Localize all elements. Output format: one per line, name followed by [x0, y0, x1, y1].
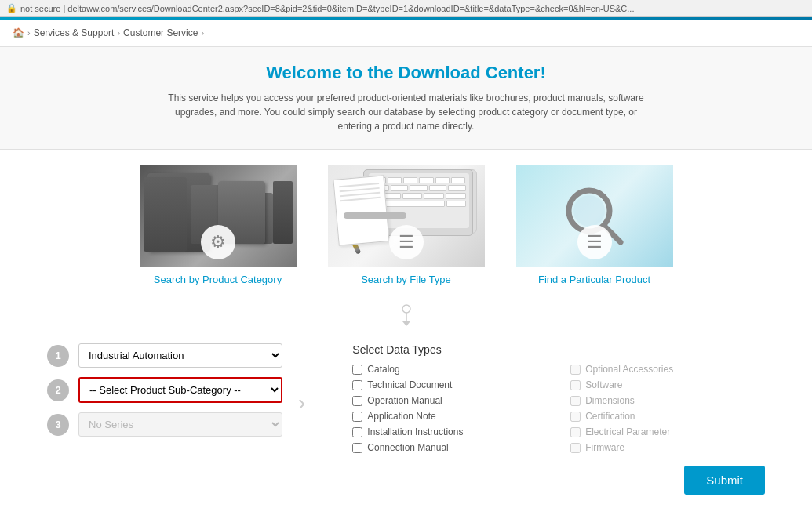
- dt-certification: Certification: [570, 411, 765, 422]
- browser-url: not secure | deltaww.com/services/Downlo…: [20, 4, 634, 13]
- page-title: Welcome to the Download Center!: [31, 63, 781, 83]
- card-3-link[interactable]: Find a Particular Product: [516, 274, 673, 285]
- dt-optional-checkbox[interactable]: [570, 365, 581, 375]
- dt-certification-checkbox[interactable]: [570, 412, 581, 422]
- header-section: Welcome to the Download Center! This ser…: [0, 47, 812, 150]
- dt-technical-checkbox[interactable]: [352, 380, 362, 390]
- dt-installation-label: Installation Instructions: [367, 426, 463, 437]
- breadcrumb-current: Customer Service: [123, 27, 198, 38]
- breadcrumb-sep-1: ›: [27, 28, 31, 38]
- submit-button[interactable]: Submit: [684, 466, 765, 495]
- connector: [0, 301, 812, 328]
- dt-application-checkbox[interactable]: [352, 412, 362, 422]
- dt-software-checkbox[interactable]: [570, 380, 581, 390]
- data-types-grid: Catalog Optional Accessories Technical D…: [352, 364, 765, 453]
- dt-dimensions-checkbox[interactable]: [570, 396, 581, 406]
- card-particular-product[interactable]: ☰ Find a Particular Product: [516, 165, 673, 285]
- series-select[interactable]: No Series: [78, 412, 282, 437]
- right-arrow-icon: ›: [298, 390, 305, 415]
- dt-catalog-label: Catalog: [367, 364, 399, 375]
- dt-electrical-checkbox[interactable]: [570, 427, 581, 437]
- card-1-link[interactable]: Search by Product Category: [140, 274, 297, 285]
- dt-application-label: Application Note: [367, 411, 435, 422]
- dt-connection-label: Connection Manual: [367, 442, 448, 453]
- dt-installation: Installation Instructions: [352, 426, 547, 437]
- selector-row-3: 3 No Series: [47, 412, 282, 437]
- dt-catalog: Catalog: [352, 364, 547, 375]
- breadcrumb-services[interactable]: Services & Support: [34, 27, 115, 38]
- dt-catalog-checkbox[interactable]: [352, 365, 362, 375]
- cards-section: ⚙ Search by Product Category: [0, 150, 812, 301]
- dt-technical-label: Technical Document: [367, 379, 452, 390]
- breadcrumb: 🏠 › Services & Support › Customer Servic…: [0, 20, 812, 47]
- dt-technical: Technical Document: [352, 379, 547, 390]
- breadcrumb-sep-2: ›: [117, 28, 120, 38]
- card-2-icon: ☰: [389, 225, 424, 259]
- selector-row-2: 2 -- Select Product Sub-Category --: [47, 377, 282, 403]
- dt-software-label: Software: [585, 379, 622, 390]
- subcategory-select[interactable]: -- Select Product Sub-Category --: [78, 377, 282, 403]
- breadcrumb-sep-3: ›: [201, 28, 204, 38]
- dt-electrical-label: Electrical Parameter: [585, 426, 670, 437]
- dt-firmware-label: Firmware: [585, 442, 624, 453]
- selector-row-1: 1 Industrial Automation Energy Managemen…: [47, 343, 282, 368]
- card-3-icon: ☰: [577, 225, 612, 259]
- card-product-category[interactable]: ⚙ Search by Product Category: [140, 165, 297, 285]
- title-prefix: Welcome to the: [266, 63, 398, 82]
- dt-firmware: Firmware: [570, 442, 765, 453]
- svg-marker-5: [402, 321, 410, 326]
- connector-dot: [328, 303, 485, 326]
- dt-installation-checkbox[interactable]: [352, 427, 362, 437]
- step-2-circle: 2: [47, 379, 69, 401]
- dt-electrical: Electrical Parameter: [570, 426, 765, 437]
- dt-certification-label: Certification: [585, 411, 635, 422]
- card-2-link[interactable]: Search by File Type: [328, 274, 485, 285]
- dt-application-note: Application Note: [352, 411, 547, 422]
- step-3-circle: 3: [47, 414, 69, 436]
- dt-firmware-checkbox[interactable]: [570, 443, 581, 453]
- step-1-circle: 1: [47, 345, 69, 367]
- lock-icon: 🔒: [6, 3, 17, 13]
- category-select[interactable]: Industrial Automation Energy Management …: [78, 343, 282, 368]
- dt-connection-checkbox[interactable]: [352, 443, 362, 453]
- card-2-image: ☰: [328, 165, 485, 267]
- dt-software: Software: [570, 379, 765, 390]
- svg-point-3: [402, 305, 410, 313]
- dt-operation-checkbox[interactable]: [352, 396, 362, 406]
- dt-connection: Connection Manual: [352, 442, 547, 453]
- dt-operation-label: Operation Manual: [367, 395, 442, 406]
- dt-dimensions-label: Dimensions: [585, 395, 635, 406]
- browser-bar: 🔒 not secure | deltaww.com/services/Down…: [0, 0, 812, 17]
- home-icon[interactable]: 🏠: [13, 27, 24, 38]
- data-types-title: Select Data Types: [352, 343, 765, 356]
- title-highlight: Download Center!: [399, 63, 546, 82]
- selectors-area: 1 Industrial Automation Energy Managemen…: [47, 343, 282, 437]
- header-description: This service helps you access your prefe…: [163, 91, 650, 133]
- dt-optional-accessories: Optional Accessories: [570, 364, 765, 375]
- svg-point-1: [573, 195, 605, 227]
- dt-dimensions: Dimensions: [570, 395, 765, 406]
- search-section: 1 Industrial Automation Energy Managemen…: [0, 328, 812, 518]
- arrow-area: ›: [298, 343, 305, 415]
- connector-arrow-svg: [395, 303, 418, 326]
- card-file-type[interactable]: ☰ Search by File Type: [328, 165, 485, 285]
- submit-area: Submit: [352, 466, 765, 495]
- card-1-image: ⚙: [140, 165, 297, 267]
- data-types-area: Select Data Types Catalog Optional Acces…: [352, 343, 765, 495]
- dt-operation-manual: Operation Manual: [352, 395, 547, 406]
- card-3-image: ☰: [516, 165, 673, 267]
- card-1-icon: ⚙: [201, 225, 235, 259]
- dt-optional-label: Optional Accessories: [585, 364, 673, 375]
